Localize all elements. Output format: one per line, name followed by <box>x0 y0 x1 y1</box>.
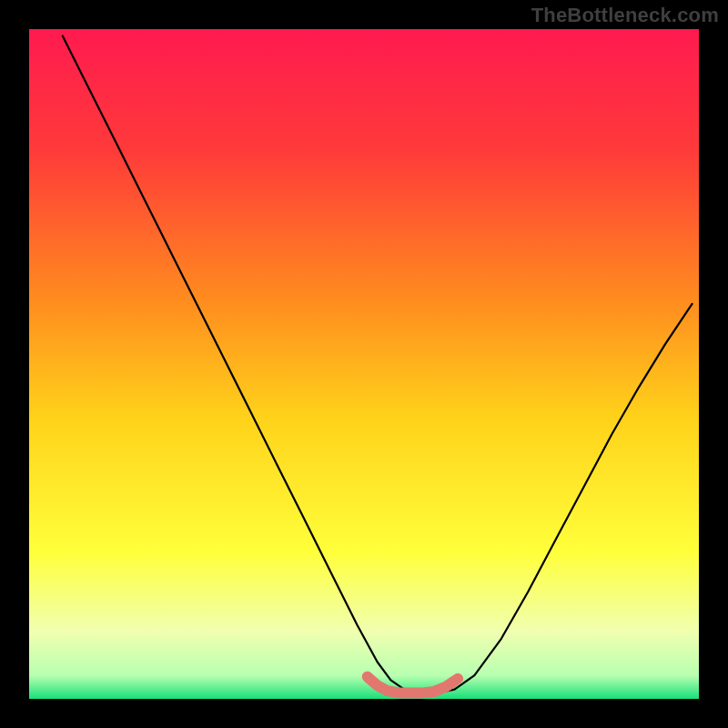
chart-svg <box>29 29 699 699</box>
gradient-background <box>29 29 699 699</box>
watermark-text: TheBottleneck.com <box>531 4 719 27</box>
chart-frame: TheBottleneck.com <box>0 0 728 728</box>
plot-area <box>29 29 699 699</box>
